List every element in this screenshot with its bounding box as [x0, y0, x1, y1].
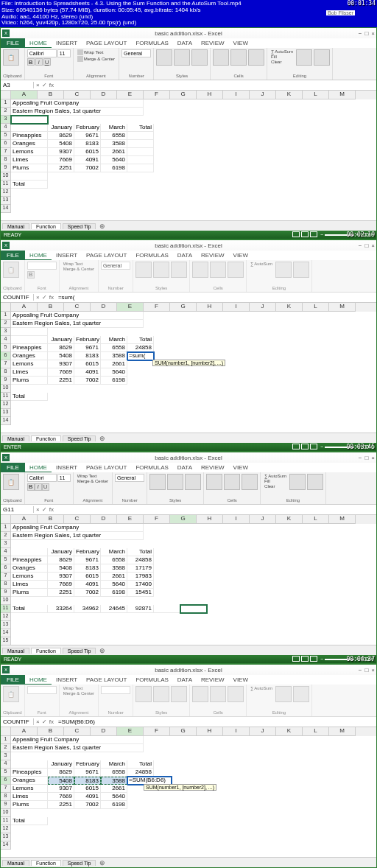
view-icons[interactable]: [292, 231, 318, 238]
close-button[interactable]: ×: [371, 30, 375, 37]
merge-center-button[interactable]: Merge & Center: [76, 56, 116, 62]
status-bar: READY − + 100% 00:02:19: [1, 231, 376, 239]
data-tab[interactable]: DATA: [173, 38, 197, 48]
cell-A3[interactable]: [11, 116, 48, 124]
cell-A2[interactable]: Eastern Region Sales, 1st quarter: [11, 108, 144, 116]
fx-icon[interactable]: fx: [49, 82, 54, 88]
cell-A9[interactable]: Plums: [11, 164, 48, 172]
col-I[interactable]: I: [223, 91, 250, 99]
name-box[interactable]: COUNTIF: [1, 294, 34, 301]
conditional-formatting-icon[interactable]: [156, 49, 172, 66]
autosum-button[interactable]: ∑ AutoSum: [269, 49, 295, 54]
cell-A8[interactable]: Limes: [11, 156, 48, 164]
video-line: Video: h264, yuv420p, 1280x720, 25.00 fp…: [1, 20, 376, 27]
cells-group-label: Cells: [213, 74, 264, 78]
find-select-icon[interactable]: [314, 49, 330, 66]
formula-input[interactable]: =sum(: [56, 294, 376, 301]
format-cells-icon[interactable]: [248, 49, 264, 66]
editing-group-label: Editing: [269, 74, 330, 78]
video-metadata-header: File: Introduction to Spreadsheets - 4.3…: [0, 0, 377, 27]
cell-A5[interactable]: Pineapples: [11, 132, 48, 140]
col-C[interactable]: C: [64, 91, 91, 99]
ribbon: 📋 Clipboard B I U Font: [1, 48, 376, 80]
alignment-group-label: Alignment: [76, 74, 116, 78]
pagelayout-tab[interactable]: PAGE LAYOUT: [82, 38, 131, 48]
timestamp-3: 00:03:45: [346, 444, 375, 450]
view-tab[interactable]: VIEW: [229, 38, 253, 48]
maximize-button[interactable]: □: [364, 30, 368, 37]
timestamp-4: 00:04:37: [346, 656, 375, 662]
col-G[interactable]: G: [170, 91, 197, 99]
cell-styles-icon[interactable]: [191, 49, 208, 66]
enter-formula-icon[interactable]: ✓: [42, 82, 47, 88]
col-A[interactable]: A: [11, 91, 38, 99]
titlebar: X basic addition.xlsx - Excel − □ ×: [1, 28, 376, 38]
fill-button[interactable]: Fill: [269, 55, 295, 59]
status-text: READY: [4, 232, 21, 237]
bold-button[interactable]: B: [27, 58, 35, 66]
wrap-text-button[interactable]: Wrap Text: [76, 49, 116, 55]
paste-icon[interactable]: 📋: [3, 49, 19, 66]
sheet-manual[interactable]: Manual: [2, 223, 29, 229]
col-M[interactable]: M: [329, 91, 356, 99]
minimize-button[interactable]: −: [359, 30, 362, 37]
col-H[interactable]: H: [197, 91, 223, 99]
col-E[interactable]: E: [117, 91, 144, 99]
italic-button[interactable]: I: [35, 58, 43, 66]
add-sheet-button[interactable]: ⊕: [96, 223, 109, 230]
sheet-tabs: Manual Function Speed Tip ⊕: [1, 220, 376, 231]
timestamp-1: 00:01:34: [347, 1, 376, 7]
col-B[interactable]: B: [38, 91, 64, 99]
name-box[interactable]: A3: [1, 82, 34, 88]
formulas-tab[interactable]: FORMULAS: [131, 38, 172, 48]
font-name-combo[interactable]: [27, 49, 57, 57]
excel-window-3: Xbasic addition.xlsx - Excel−□× Bob Flis…: [0, 452, 377, 664]
col-L[interactable]: L: [303, 91, 329, 99]
number-group-label: Number: [121, 74, 151, 78]
underline-button[interactable]: U: [43, 58, 51, 66]
col-K[interactable]: K: [276, 91, 303, 99]
styles-group-label: Styles: [156, 74, 208, 78]
file-tab[interactable]: FILE: [1, 38, 25, 48]
format-as-table-icon[interactable]: [174, 49, 190, 66]
excel-window-1: X basic addition.xlsx - Excel − □ × Bob …: [0, 27, 377, 239]
sort-filter-icon[interactable]: [296, 49, 312, 66]
excel-window-2: Xbasic addition.xlsx - Excel−□× Bob Flis…: [0, 239, 377, 452]
sheet-speedtip[interactable]: Speed Tip: [63, 223, 96, 229]
function-tooltip: SUM(number1, [number2], ...): [152, 360, 225, 366]
cell-A1[interactable]: Appealing Fruit Company: [11, 99, 144, 108]
font-size-combo[interactable]: [57, 49, 71, 57]
clipboard-group-label: Clipboard: [3, 74, 22, 78]
clear-button[interactable]: Clear: [269, 60, 295, 64]
select-all[interactable]: [1, 91, 11, 99]
excel-window-4: Xbasic addition.xlsx - Excel−□× Bob Flis…: [0, 664, 377, 868]
ribbon-tabs: FILE HOME INSERT PAGE LAYOUT FORMULAS DA…: [1, 38, 376, 48]
cancel-formula-icon[interactable]: ×: [36, 82, 40, 88]
cell-G11[interactable]: [180, 605, 207, 613]
window-title: basic addition.xlsx - Excel: [155, 30, 222, 37]
cell-E4[interactable]: Total: [127, 124, 154, 132]
col-D[interactable]: D: [91, 91, 117, 99]
cell-A7[interactable]: Lemons: [11, 148, 48, 156]
col-F[interactable]: F: [144, 91, 170, 99]
delete-cells-icon[interactable]: [230, 49, 247, 66]
home-tab[interactable]: HOME: [25, 38, 52, 48]
cell-A11[interactable]: Total: [11, 181, 48, 189]
review-tab[interactable]: REVIEW: [197, 38, 229, 48]
timestamp-2: 00:02:19: [346, 231, 375, 238]
insert-cells-icon[interactable]: [213, 49, 229, 66]
font-group-label: Font: [27, 74, 71, 78]
cell-B4[interactable]: January: [48, 124, 74, 132]
excel-icon: X: [2, 29, 10, 37]
number-format-combo[interactable]: [121, 49, 151, 57]
sheet-function[interactable]: Function: [31, 223, 61, 229]
column-headers: A B C D E F G H I J K L M: [1, 91, 376, 99]
function-tooltip: SUM(number1, [number2], ...): [144, 784, 216, 791]
grid-area[interactable]: A B C D E F G H I J K L M 1Appealing Fru…: [1, 91, 376, 220]
cell-E6-editing[interactable]: =sum(: [127, 352, 154, 360]
insert-tab[interactable]: INSERT: [52, 38, 82, 48]
cell-C4[interactable]: February: [74, 124, 101, 132]
cell-A6[interactable]: Oranges: [11, 140, 48, 148]
col-J[interactable]: J: [250, 91, 276, 99]
cell-D4[interactable]: March: [101, 124, 127, 132]
